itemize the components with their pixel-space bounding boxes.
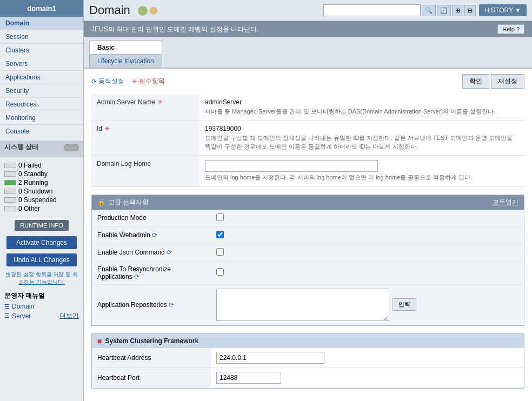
sidebar-item-clusters[interactable]: Clusters xyxy=(0,44,83,57)
activate-changes-button[interactable]: Activate Changes xyxy=(6,236,77,249)
manual-item-domain[interactable]: ☰Domain xyxy=(4,303,79,310)
field-desc: 서버들 중 Managed Server들을 관리 및 모니터링하는 DAS(D… xyxy=(205,108,519,116)
runtime-info-button[interactable]: RUNTIME INFO xyxy=(15,220,68,231)
status-bar xyxy=(4,163,16,168)
dynamic-icon: ⟳ xyxy=(152,231,157,239)
required-tag: ✳ 필수항목 xyxy=(132,77,165,86)
status-label: 0 Other xyxy=(18,205,40,212)
help-button[interactable]: Help ? xyxy=(497,24,524,34)
status-row: 0 Standby xyxy=(4,170,79,178)
sidebar-item-resources[interactable]: Resources xyxy=(0,98,83,111)
tab-basic[interactable]: Basic xyxy=(89,41,162,55)
search-button[interactable]: 🔍 xyxy=(422,5,436,16)
textarea-row: 입력 xyxy=(216,289,518,321)
adv-form-row: Enable Webadmin ⟳ xyxy=(92,226,524,244)
heartbeat-port-input[interactable] xyxy=(216,372,281,384)
clustering-section: ■ System Clustering Framework Heartbeat … xyxy=(91,333,524,389)
heartbeat-address-label: Heartbeat Address xyxy=(97,354,151,362)
undo-changes-button[interactable]: Undo ALL Changes xyxy=(6,253,77,266)
heartbeat-port-label: Heartbeat Port xyxy=(97,374,139,382)
sidebar-item-console[interactable]: Console xyxy=(0,125,83,138)
adv-field-value-cell xyxy=(211,261,524,284)
field-value-cell: 1937819000도메인을 구성할 때 도메인의 정체성을 나타내는 유일한 … xyxy=(200,121,524,156)
form-row: Id ✳1937819000도메인을 구성할 때 도메인의 정체성을 나타내는 … xyxy=(91,121,524,156)
status-label: 0 Shutdown xyxy=(18,188,52,195)
manual-item-label: Domain xyxy=(12,303,34,310)
clustering-form-table: Heartbeat Address Heartbeat Port xyxy=(92,348,524,388)
content-area: ⟳ 동적설정 ✳ 필수항목 확인 재설정 Admin Server Name ✳… xyxy=(84,69,532,401)
manual-item-server[interactable]: ☰Server더보기 xyxy=(4,311,79,320)
system-status-title: 시스템 상태 xyxy=(4,143,38,152)
expand-all-link[interactable]: 모두열기 xyxy=(493,198,518,207)
manual-section-title: 운영자 매뉴얼 xyxy=(4,291,79,300)
manual-item-label: Server xyxy=(12,312,31,320)
status-row: 0 Failed xyxy=(4,162,79,169)
adv-field-label-cell: Production Mode xyxy=(92,210,211,227)
adv-checkbox[interactable] xyxy=(216,231,224,238)
field-label: Id ✳ xyxy=(97,125,194,132)
dynamic-icon: ⟳ xyxy=(167,249,172,256)
status-bar xyxy=(4,206,16,211)
adv-field-value-cell xyxy=(211,226,524,244)
advanced-title: 고급 선택사항 xyxy=(108,198,149,207)
sidebar-item-servers[interactable]: Servers xyxy=(0,57,83,71)
adv-form-row: Enable Json Command ⟳ xyxy=(92,244,524,261)
adv-field-label-cell: Application Repositories ⟳ xyxy=(92,284,211,325)
sidebar-item-applications[interactable]: Applications xyxy=(0,71,83,84)
adv-field-value-cell xyxy=(211,210,524,227)
required-icon: ✳ xyxy=(132,78,137,85)
status-label: 0 Suspended xyxy=(18,196,57,204)
search-input[interactable] xyxy=(323,4,421,16)
heartbeat-port-label-cell: Heartbeat Port xyxy=(92,367,211,387)
tab-lifecycle-invocation[interactable]: Lifecycle Invocation xyxy=(89,54,162,68)
adv-textarea[interactable] xyxy=(216,289,389,321)
dynamic-icon: ⟳ xyxy=(91,78,97,85)
heartbeat-address-value-cell xyxy=(211,348,524,368)
sidebar-item-domain[interactable]: Domain xyxy=(0,17,83,30)
reset-button[interactable]: 재설정 xyxy=(491,74,524,89)
clustering-icon: ■ xyxy=(97,337,102,345)
status-label: 2 Running xyxy=(18,179,48,186)
status-bar xyxy=(4,180,16,185)
top-right: 🔍 🔄 ⊞ ⊟ HISTORY ▼ xyxy=(323,4,527,16)
field-value-cell: 도메인의 log home을 지정한다. 각 서버의 log home이 없으면… xyxy=(200,156,524,186)
clustering-header: ■ System Clustering Framework xyxy=(92,334,524,348)
sidebar-item-security[interactable]: Security xyxy=(0,84,83,98)
history-button[interactable]: HISTORY ▼ xyxy=(479,4,527,16)
refresh-button[interactable]: 🔄 xyxy=(437,5,451,16)
heartbeat-address-input[interactable] xyxy=(216,352,324,364)
status-label: 0 Standby xyxy=(18,170,48,178)
adv-form-row: Production Mode xyxy=(92,210,524,227)
advanced-header: 🔒 고급 선택사항 모두열기 xyxy=(92,195,524,210)
adv-checkbox[interactable] xyxy=(216,248,224,256)
required-label: 필수항목 xyxy=(139,77,165,86)
more-link[interactable]: 더보기 xyxy=(59,311,79,320)
top-bar: Domain 🔍 🔄 ⊞ ⊟ HISTORY ▼ xyxy=(84,0,532,21)
main-content: Domain 🔍 🔄 ⊞ ⊟ HISTORY ▼ JEUS의 최대 관리 단위인… xyxy=(84,0,532,401)
status-toggle[interactable] xyxy=(64,144,79,151)
confirm-button[interactable]: 확인 xyxy=(462,74,489,89)
tabs-container: BasicLifecycle Invocation xyxy=(89,41,163,68)
domain-title[interactable]: domain1 xyxy=(0,0,83,17)
export-button[interactable]: ⊟ xyxy=(464,5,476,16)
sidebar-item-session[interactable]: Session xyxy=(0,30,83,44)
grid-button[interactable]: ⊞ xyxy=(452,5,463,16)
field-desc: 도메인의 log home을 지정한다. 각 서버의 log home이 없으면… xyxy=(205,173,519,182)
form-row: Domain Log Home도메인의 log home을 지정한다. 각 서버… xyxy=(91,156,524,186)
status-bar xyxy=(4,171,16,177)
field-label-cell: Admin Server Name ✳ xyxy=(91,94,200,121)
heartbeat-port-value-cell xyxy=(211,367,524,387)
status-row: 0 Suspended xyxy=(4,196,79,204)
adv-checkbox[interactable] xyxy=(216,213,224,221)
toolbar-right: 확인 재설정 xyxy=(462,74,524,89)
sidebar-item-monitoring[interactable]: Monitoring xyxy=(0,111,83,125)
change-note: 변경된 설정 항목을 저장 및 최소하는 기능입니다. xyxy=(0,269,83,288)
form-row: Admin Server Name ✳adminServer서버들 중 Mana… xyxy=(91,94,524,121)
field-label: Domain Log Home xyxy=(97,160,194,168)
adv-input-button[interactable]: 입력 xyxy=(393,298,416,311)
search-box: 🔍 🔄 ⊞ ⊟ xyxy=(323,4,476,16)
adv-checkbox[interactable] xyxy=(216,268,224,276)
manual-icon: ☰ xyxy=(4,303,10,310)
manual-section: 운영자 매뉴얼 ☰Domain☰Server더보기 xyxy=(0,288,83,325)
field-input[interactable] xyxy=(205,160,378,172)
